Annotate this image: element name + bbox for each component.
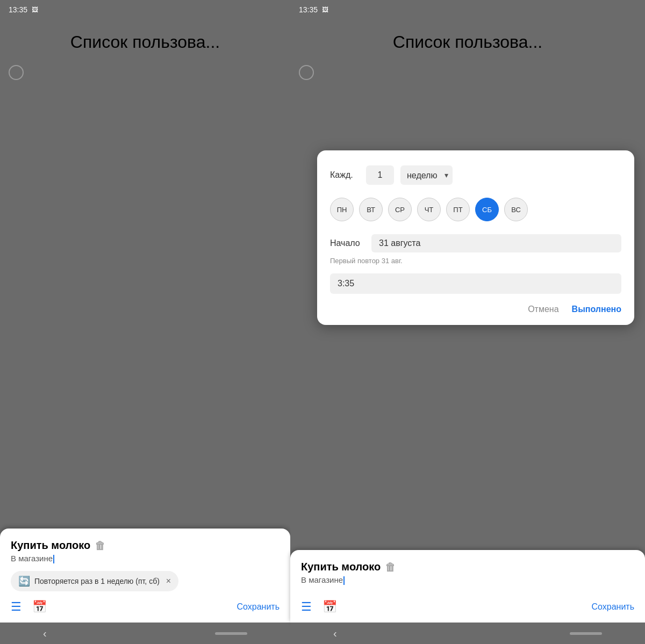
status-bar-right: 13:35 🖼 bbox=[290, 0, 645, 19]
interval-row: Кажд. неделю день месяц год bbox=[330, 165, 621, 185]
calendar-icon-left[interactable]: 📅 bbox=[32, 600, 47, 614]
time-input[interactable]: 3:35 bbox=[330, 273, 621, 294]
image-icon-left: 🖼 bbox=[32, 6, 38, 13]
page-title-left: Список пользова... bbox=[0, 19, 290, 61]
status-bar-left: 13:35 🖼 bbox=[0, 0, 290, 19]
radio-button-right[interactable] bbox=[299, 65, 314, 80]
period-select[interactable]: неделю день месяц год bbox=[400, 165, 453, 185]
page-title-right: Список пользова... bbox=[290, 19, 645, 61]
repeat-dialog: Кажд. неделю день месяц год ПН ВТ СР ЧТ … bbox=[317, 150, 634, 325]
card-subtitle-right: В магазине bbox=[301, 575, 634, 585]
card-title-right: Купить молоко 🗑 bbox=[301, 561, 634, 573]
interval-input[interactable] bbox=[366, 165, 394, 185]
repeat-chip-left[interactable]: 🔄 Повторяется раз в 1 неделю (пт, сб) × bbox=[11, 571, 178, 591]
calendar-icon-right[interactable]: 📅 bbox=[322, 600, 337, 614]
toolbar-icons-right: ☰ 📅 bbox=[301, 600, 337, 614]
start-value[interactable]: 31 августа bbox=[371, 234, 621, 252]
nav-pill-left bbox=[215, 632, 247, 635]
trash-icon-right[interactable]: 🗑 bbox=[385, 561, 396, 572]
card-toolbar-left: ☰ 📅 Сохранить bbox=[11, 600, 280, 614]
day-btn-vt[interactable]: ВТ bbox=[359, 198, 383, 221]
each-label: Кажд. bbox=[330, 170, 360, 180]
day-btn-vs[interactable]: ВС bbox=[504, 198, 528, 221]
right-screen: 13:35 🖼 Список пользова... Кажд. неделю … bbox=[290, 0, 645, 644]
time-right: 13:35 bbox=[299, 5, 318, 14]
repeat-chip-text-left: Повторяется раз в 1 неделю (пт, сб) bbox=[34, 577, 160, 585]
card-title-text-right: Купить молоко bbox=[301, 561, 381, 573]
start-date-row: Начало 31 августа bbox=[330, 234, 621, 252]
first-repeat-text: Первый повтор 31 авг. bbox=[330, 257, 621, 265]
day-btn-pn[interactable]: ПН bbox=[330, 198, 354, 221]
trash-icon-left[interactable]: 🗑 bbox=[95, 540, 105, 551]
radio-button-left[interactable] bbox=[9, 65, 24, 80]
bottom-nav-right: ‹ bbox=[290, 623, 645, 644]
day-btn-sr[interactable]: СР bbox=[388, 198, 412, 221]
day-btn-cht[interactable]: ЧТ bbox=[417, 198, 441, 221]
card-title-left: Купить молоко 🗑 bbox=[11, 539, 280, 552]
card-title-text-left: Купить молоко bbox=[11, 539, 90, 552]
repeat-icon-left: 🔄 bbox=[18, 575, 30, 587]
start-label: Начало bbox=[330, 238, 365, 248]
day-btn-sb[interactable]: СБ bbox=[475, 198, 499, 221]
bottom-nav-left: ‹ bbox=[0, 623, 290, 644]
save-button-right[interactable]: Сохранить bbox=[591, 602, 634, 612]
time-left: 13:35 bbox=[9, 5, 27, 14]
save-button-left[interactable]: Сохранить bbox=[236, 602, 280, 612]
bottom-card-left: Купить молоко 🗑 В магазине 🔄 Повторяется… bbox=[0, 529, 290, 623]
dialog-actions: Отмена Выполнено bbox=[330, 305, 621, 314]
day-btn-pt[interactable]: ПТ bbox=[446, 198, 470, 221]
period-select-wrapper: неделю день месяц год bbox=[400, 165, 453, 185]
bottom-card-right: Купить молоко 🗑 В магазине ☰ 📅 Сохранить bbox=[290, 550, 645, 623]
day-buttons-row: ПН ВТ СР ЧТ ПТ СБ ВС bbox=[330, 198, 621, 221]
status-icons-left: 🖼 bbox=[32, 6, 38, 13]
back-button-left[interactable]: ‹ bbox=[43, 627, 47, 640]
toolbar-icons-left: ☰ 📅 bbox=[11, 600, 47, 614]
back-button-right[interactable]: ‹ bbox=[333, 627, 337, 640]
done-button[interactable]: Выполнено bbox=[572, 305, 621, 314]
card-toolbar-right: ☰ 📅 Сохранить bbox=[301, 600, 634, 614]
menu-icon-left[interactable]: ☰ bbox=[11, 600, 22, 614]
card-subtitle-left: В магазине bbox=[11, 554, 280, 563]
chip-close-left[interactable]: × bbox=[166, 576, 171, 586]
status-icons-right: 🖼 bbox=[322, 6, 328, 13]
image-icon-right: 🖼 bbox=[322, 6, 328, 13]
left-screen: 13:35 🖼 Список пользова... Купить молоко… bbox=[0, 0, 290, 644]
menu-icon-right[interactable]: ☰ bbox=[301, 600, 312, 614]
cancel-button[interactable]: Отмена bbox=[528, 305, 558, 314]
nav-pill-right bbox=[570, 632, 602, 635]
